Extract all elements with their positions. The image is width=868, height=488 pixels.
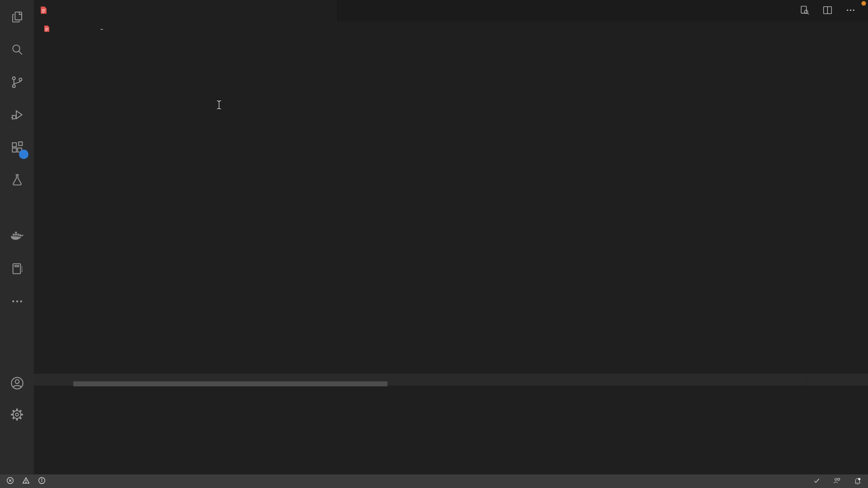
bell-icon (854, 477, 862, 486)
code-editor[interactable] (34, 37, 868, 474)
sidebar-item-source-control[interactable] (0, 71, 34, 95)
settings-button[interactable] (0, 404, 34, 427)
yaml-file-icon (44, 25, 50, 33)
yaml-file-icon (40, 6, 47, 16)
sidebar-item-docker[interactable] (0, 225, 34, 249)
more-actions-icon[interactable] (845, 5, 856, 18)
error-icon (6, 477, 14, 486)
docker-whale-icon (9, 229, 25, 246)
split-editor-icon[interactable] (822, 5, 833, 18)
files-icon (10, 10, 24, 26)
account-icon (9, 375, 25, 393)
open-changes-icon[interactable] (799, 5, 810, 18)
problems-status[interactable] (6, 477, 51, 486)
status-bar (0, 474, 868, 488)
feedback-button[interactable] (833, 477, 841, 486)
overview-ruler[interactable] (857, 37, 868, 474)
sidebar-item-run-debug[interactable] (0, 104, 34, 127)
ellipsis-icon (10, 294, 24, 310)
breadcrumb-item-zipfile[interactable] (100, 29, 105, 30)
extensions-badge (19, 150, 28, 159)
sidebar-item-extensions[interactable] (0, 136, 34, 160)
warning-icon (22, 477, 30, 486)
sidebar-item-testing[interactable] (0, 169, 34, 192)
window-notification-dot (861, 1, 866, 6)
feedback-person-icon (833, 477, 841, 486)
accounts-button[interactable] (0, 372, 34, 396)
tab-bar (34, 0, 868, 22)
notifications-button[interactable] (854, 477, 862, 486)
formatter-status[interactable] (811, 477, 820, 485)
editor-gutter (34, 37, 73, 474)
code-area[interactable] (34, 37, 868, 474)
activity-bar (0, 0, 34, 474)
debug-icon (10, 108, 24, 124)
info-icon (38, 477, 46, 486)
check-icon (813, 477, 820, 485)
gear-icon (9, 407, 24, 424)
git-branch-icon (10, 75, 24, 91)
mouse-text-cursor (216, 100, 222, 112)
search-icon (10, 42, 24, 59)
tab-active-file[interactable] (34, 0, 338, 22)
vscode-window (0, 0, 868, 488)
sidebar-item-search[interactable] (0, 39, 34, 62)
breadcrumb (34, 22, 868, 37)
editor-actions (799, 0, 856, 22)
sidebar-item-explorer[interactable] (0, 6, 34, 30)
flask-icon (10, 173, 24, 189)
minimap[interactable] (806, 37, 857, 474)
horizontal-scrollbar-thumb[interactable] (73, 381, 387, 386)
sidebar-item-more[interactable] (0, 291, 34, 314)
string-symbol-icon (100, 29, 103, 30)
sidebar-item-notebook[interactable] (0, 258, 34, 282)
notebook-icon (10, 262, 24, 278)
